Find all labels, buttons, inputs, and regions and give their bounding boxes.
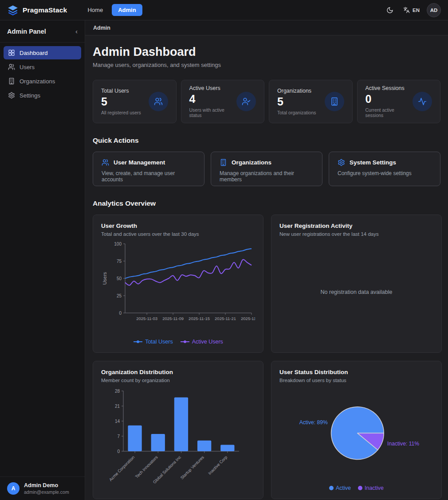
admin-sidebar: Admin Panel ‹ DashboardUsersOrganization… <box>0 20 85 500</box>
sidebar-nav: DashboardUsersOrganizationsSettings <box>0 43 85 105</box>
chart-subtitle: Member count by organization <box>101 378 255 383</box>
chart-title: User Status Distribution <box>279 369 433 375</box>
svg-text:2025-11-27: 2025-11-27 <box>241 316 255 321</box>
svg-text:2025-11-09: 2025-11-09 <box>162 316 184 321</box>
user-check-icon <box>236 92 256 111</box>
sidebar-user-email: admin@example.com <box>24 489 69 495</box>
svg-text:0: 0 <box>119 311 122 316</box>
quick-action-organizations[interactable]: OrganizationsManage organizations and th… <box>211 152 322 186</box>
users-icon <box>149 92 168 111</box>
stat-value: 4 <box>189 93 237 105</box>
pragmastack-logo-icon <box>7 4 19 16</box>
users-icon <box>8 63 15 70</box>
sidebar-item-organizations[interactable]: Organizations <box>4 74 81 88</box>
stat-card-active-sessions: Active Sessions0Current active sessions <box>357 80 441 123</box>
svg-text:2025-11-15: 2025-11-15 <box>189 316 210 321</box>
quick-actions-heading: Quick Actions <box>93 137 440 145</box>
sidebar-item-label: Users <box>20 64 35 70</box>
analytics-grid: User Growth Total and active users over … <box>93 215 440 499</box>
dark-mode-toggle[interactable] <box>384 4 396 16</box>
svg-text:2025-11-21: 2025-11-21 <box>215 316 236 321</box>
user-avatar[interactable]: AD <box>427 3 441 17</box>
chart-subtitle: Breakdown of users by status <box>279 378 433 383</box>
sidebar-item-label: Settings <box>20 92 40 99</box>
quick-action-description: View, create, and manage user accounts <box>102 170 196 183</box>
legend-item-active-users[interactable]: Active Users <box>180 339 223 345</box>
gear-icon <box>8 92 15 99</box>
sidebar-user-card[interactable]: A Admin Demo admin@example.com <box>0 477 85 500</box>
sidebar-user-avatar: A <box>7 482 20 495</box>
dashboard-icon <box>8 49 15 56</box>
sidebar-item-settings[interactable]: Settings <box>4 89 81 102</box>
stat-value: 0 <box>365 93 413 105</box>
page-subtitle: Manage users, organizations, and system … <box>93 62 440 68</box>
brand-name: PragmaStack <box>23 6 67 14</box>
svg-text:28: 28 <box>115 389 120 394</box>
stat-description: Current active sessions <box>365 107 413 118</box>
stat-label: Total Users <box>101 88 149 94</box>
main-content: Admin Dashboard Manage users, organizati… <box>85 35 448 500</box>
app-window: PragmaStack HomeAdmin EN AD Admin Panel … <box>0 0 448 500</box>
user-status-legend: ActiveInactive <box>279 485 433 491</box>
sidebar-item-users[interactable]: Users <box>4 60 81 74</box>
user-growth-chart: 02550751002025-11-032025-11-092025-11-15… <box>101 239 255 333</box>
user-growth-legend: Total UsersActive Users <box>101 339 255 345</box>
language-switcher[interactable]: EN <box>403 7 420 14</box>
main-area: Admin Admin Dashboard Manage users, orga… <box>85 20 448 500</box>
svg-text:25: 25 <box>117 293 122 298</box>
svg-text:50: 50 <box>117 276 122 281</box>
sidebar-collapse-button[interactable]: ‹ <box>75 28 78 35</box>
quick-action-title: User Management <box>114 159 165 166</box>
breadcrumb[interactable]: Admin <box>93 25 110 31</box>
sidebar-user-name: Admin Demo <box>24 482 69 488</box>
legend-item-active[interactable]: Active <box>329 485 351 491</box>
building-icon <box>8 78 15 85</box>
svg-text:Startup Ventures: Startup Ventures <box>179 454 205 480</box>
quick-action-system-settings[interactable]: System SettingsConfigure system-wide set… <box>329 152 440 186</box>
breadcrumb-bar: Admin <box>85 20 448 35</box>
line-marker-icon <box>133 340 143 344</box>
legend-dot-icon <box>358 486 362 490</box>
sidebar-title: Admin Panel <box>7 28 46 35</box>
quick-action-user-management[interactable]: User ManagementView, create, and manage … <box>93 152 204 186</box>
users-icon <box>102 159 109 166</box>
stat-value: 5 <box>101 96 149 108</box>
svg-text:14: 14 <box>115 419 120 424</box>
chart-title: Organization Distribution <box>101 369 255 375</box>
nav-link-home[interactable]: Home <box>83 4 107 16</box>
nav-links: HomeAdmin <box>83 4 142 16</box>
page-title: Admin Dashboard <box>93 45 440 59</box>
sidebar-item-dashboard[interactable]: Dashboard <box>4 46 81 59</box>
brand[interactable]: PragmaStack <box>7 4 67 16</box>
sidebar-header: Admin Panel ‹ <box>0 20 85 43</box>
svg-text:21: 21 <box>115 404 120 409</box>
chart-subtitle: New user registrations over the last 14 … <box>279 231 433 237</box>
chart-title: User Registration Activity <box>279 223 433 229</box>
svg-text:Acme Corporation: Acme Corporation <box>108 455 136 482</box>
stat-card-active-users: Active Users4Users with active status <box>181 80 265 123</box>
gear-icon <box>338 159 345 166</box>
quick-action-title: System Settings <box>350 159 396 166</box>
sidebar-item-label: Dashboard <box>20 50 48 56</box>
moon-icon <box>386 7 393 14</box>
svg-text:7: 7 <box>117 434 120 439</box>
building-icon <box>325 92 344 111</box>
stat-label: Active Users <box>189 85 237 91</box>
stat-label: Organizations <box>277 88 325 94</box>
stat-description: All registered users <box>101 110 149 115</box>
analytics-heading: Analytics Overview <box>93 199 440 207</box>
stat-label: Active Sessions <box>365 85 413 91</box>
user-status-pie-chart: Active: 89%Inactive: 11% <box>279 386 433 484</box>
stats-grid: Total Users5All registered usersActive U… <box>93 80 440 123</box>
legend-item-total-users[interactable]: Total Users <box>133 339 173 345</box>
legend-item-inactive[interactable]: Inactive <box>358 485 384 491</box>
nav-link-admin[interactable]: Admin <box>112 4 142 16</box>
svg-text:Tech Innovators: Tech Innovators <box>134 454 159 479</box>
translate-icon <box>403 7 410 14</box>
quick-action-title: Organizations <box>232 159 271 166</box>
registration-activity-card: User Registration Activity New user regi… <box>271 215 442 353</box>
stat-description: Users with active status <box>189 107 237 118</box>
chart-subtitle: Total and active users over the last 30 … <box>101 231 255 237</box>
organization-distribution-card: Organization Distribution Member count b… <box>93 361 263 499</box>
svg-text:100: 100 <box>114 242 122 246</box>
